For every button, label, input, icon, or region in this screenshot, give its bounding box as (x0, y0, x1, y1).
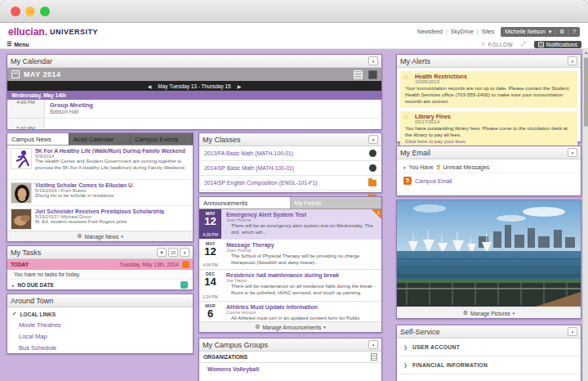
folder-icon[interactable] (368, 180, 376, 186)
movie-theatres-link[interactable]: Movie Theatres (7, 319, 193, 330)
user-menu-button[interactable]: Michelle Nelson ▾ | ⚙ | ? (501, 27, 580, 37)
panel-title-my-calendar: My Calendar (11, 57, 52, 65)
announcement-item[interactable]: MAY 12 4:38 PM Emergency Alert System Te… (199, 209, 381, 240)
expand-icon[interactable]: ▸ (12, 283, 15, 288)
announcement-item[interactable]: DEC 14 2:24 PM Residence hall maintenanc… (199, 270, 381, 302)
page-scrollbar[interactable]: ▲ (582, 49, 588, 381)
tab-acad-calendar[interactable]: Acad Calendar (69, 133, 131, 145)
calendar-time-column: 4:00 PM 5:00 PM (7, 100, 45, 128)
focus-mode-icon[interactable]: ⤢ (521, 41, 526, 47)
womens-volleyball-link[interactable]: Womens Volleyball (199, 363, 381, 375)
calendar-month-bar: MAY 2014 (7, 68, 381, 81)
announcement-day: 14 (199, 276, 221, 287)
next-week-icon[interactable]: ▶ (238, 83, 242, 89)
gear-icon[interactable]: ⚙ (559, 29, 564, 35)
class-row[interactable]: 2014/SP Basic Math (MATH-100-01) (199, 161, 381, 176)
tab-campus-events[interactable]: Campus Events (131, 133, 193, 145)
panel-around-town: Around Town ✓ LOCAL LINKS Movie Theatres… (7, 294, 194, 354)
tasks-today-row: TODAY Tuesday, May 13th, 2014 (7, 259, 193, 270)
follow-button[interactable]: ☆ FOLLOW (480, 41, 513, 47)
prev-week-icon[interactable]: ◀ (148, 83, 152, 89)
panel-menu-button[interactable]: ▾ (368, 56, 378, 65)
scrollbar-thumb[interactable] (584, 57, 588, 127)
calendar-icon (11, 70, 20, 78)
panel-menu-button[interactable]: ▾ (568, 327, 577, 336)
ellucian-logo: ellucian. (8, 26, 47, 38)
event-title-link[interactable]: Group Meeting (50, 101, 376, 109)
announcement-title-link[interactable]: Residence hall maintenance during break (226, 272, 376, 278)
grid-view-icon[interactable] (368, 70, 377, 79)
tab-campus-news[interactable]: Campus News (7, 133, 69, 145)
unread-summary-row[interactable]: ▾ You Have 5 Unread Messages (397, 159, 581, 173)
news-title-link[interactable]: Visiting Scholar Comes to Ellucian U. (35, 182, 189, 188)
self-service-financial-information[interactable]: ❯ FINANCIAL INFORMATION (397, 356, 581, 374)
announcement-author: Juan Huerta (226, 217, 376, 222)
close-window-icon[interactable] (11, 7, 20, 16)
help-icon[interactable]: ? (572, 29, 576, 34)
manage-news-button[interactable]: ⚙ Manage News ▾ (7, 231, 193, 241)
news-title-link[interactable]: Jori Schneider Receives Prestigious Scho… (35, 208, 189, 214)
scroll-up-icon[interactable]: ▲ (583, 50, 588, 55)
class-link[interactable]: 2013/FA Basic Math (MATH-100-01) (204, 150, 293, 156)
local-links-group[interactable]: ✓ LOCAL LINKS (7, 307, 193, 319)
zoom-window-icon[interactable] (40, 7, 50, 16)
announcement-body: There will be maintenance on all residen… (226, 284, 376, 297)
caret-down-icon: ▾ (513, 311, 515, 316)
pay-fees-link[interactable]: Click here to pay your fees. (405, 138, 572, 144)
warning-icon: ⚠ (403, 74, 408, 80)
collapse-icon[interactable]: ▾ (403, 165, 406, 170)
document-icon (371, 353, 377, 361)
announcement-title-link[interactable]: Athletes Must Update Information (226, 304, 376, 310)
news-item[interactable]: Jori Schneider Receives Prestigious Scho… (7, 206, 193, 232)
newsfeed-link[interactable]: Newsfeed (417, 29, 443, 34)
sites-link[interactable]: Sites (482, 29, 495, 34)
skydrive-link[interactable]: SkyDrive (451, 29, 474, 34)
panel-menu-button[interactable]: ▾ (568, 148, 577, 157)
campus-email-link[interactable]: Campus Email (415, 178, 452, 184)
local-map-link[interactable]: Local Map (7, 330, 193, 342)
manage-pictures-button[interactable]: ⚙ Manage Pictures ▾ (397, 307, 581, 318)
tab-my-feeds[interactable]: My Feeds (291, 197, 382, 208)
chevron-right-icon: ❯ (403, 362, 408, 368)
campus-email-row[interactable]: 5 Campus Email (397, 173, 581, 188)
university-logo-text: UNIVERSITY (50, 28, 98, 36)
filter-icon[interactable]: ▼ (157, 248, 167, 257)
calendar-week-nav: ◀ May Tuesday 13 - Thursday 15 ▶ (7, 81, 381, 91)
lms-icon[interactable] (369, 150, 376, 157)
announcement-title-link[interactable]: Massage Therapy (226, 242, 376, 248)
news-item[interactable]: 5K For A Healthy Life (Walk/Run) During … (7, 146, 193, 180)
class-row[interactable]: 2014/SP English Composition (ENGL-101-F1… (199, 176, 381, 190)
bus-schedule-link[interactable]: Bus Schedule (7, 342, 193, 353)
notifications-button[interactable]: Notifications (534, 41, 581, 48)
campus-photo (397, 200, 581, 307)
minimize-window-icon[interactable] (25, 7, 35, 16)
menu-button[interactable]: ☰ Menu (7, 41, 29, 47)
list-view-icon[interactable] (354, 70, 363, 79)
self-service-user-account[interactable]: ❯ USER ACCOUNT (397, 338, 581, 356)
week-range-label: May Tuesday 13 - Thursday 15 (158, 83, 230, 89)
class-row[interactable]: 2013/FA Basic Math (MATH-100-01) (199, 146, 381, 161)
news-item[interactable]: Visiting Scholar Comes to Ellucian U. 5/… (7, 180, 193, 206)
panel-menu-button[interactable]: ▾ (180, 248, 189, 257)
lms-icon[interactable] (369, 164, 376, 172)
self-service-financial-aid[interactable]: ❯ FINANCIAL AID (397, 374, 581, 381)
panel-menu-button[interactable]: ▾ (368, 340, 378, 349)
announcement-item[interactable]: MAY 12 4:08 PM Massage Therapy Juan Huer… (199, 240, 381, 270)
panel-campus-pictures: ⚙ Manage Pictures ▾ (396, 199, 581, 319)
tab-announcements[interactable]: Announcements (199, 197, 291, 208)
announcement-author: Juan Huerta (226, 248, 376, 253)
announcement-title-link[interactable]: Emergency Alert System Test (226, 212, 376, 217)
panel-my-tasks: My Tasks ▼ 20 ▾ TODAY Tuesday, May 13th,… (7, 245, 194, 290)
calendar-event[interactable]: Group Meeting Babson Hall (45, 100, 381, 119)
panel-title-my-alerts: My Alerts (400, 57, 430, 65)
class-link[interactable]: 2014/SP Basic Math (MATH-100-01) (204, 165, 294, 171)
page-size-button[interactable]: 20 (168, 248, 178, 257)
panel-menu-button[interactable]: ▾ (568, 56, 577, 65)
news-title-link[interactable]: 5K For A Healthy Life (Walk/Run) During … (35, 148, 189, 154)
class-link[interactable]: 2014/SP English Composition (ENGL-101-F1… (204, 180, 318, 186)
organizations-header[interactable]: ORGANIZATIONS (199, 352, 381, 363)
no-due-date-row[interactable]: ▸ NO DUE DATE (7, 280, 193, 290)
hamburger-icon: ☰ (7, 41, 11, 47)
panel-menu-button[interactable]: ▾ (368, 135, 378, 144)
manage-announcements-button[interactable]: ⚙ Manage Announcements ▾ (199, 321, 381, 332)
